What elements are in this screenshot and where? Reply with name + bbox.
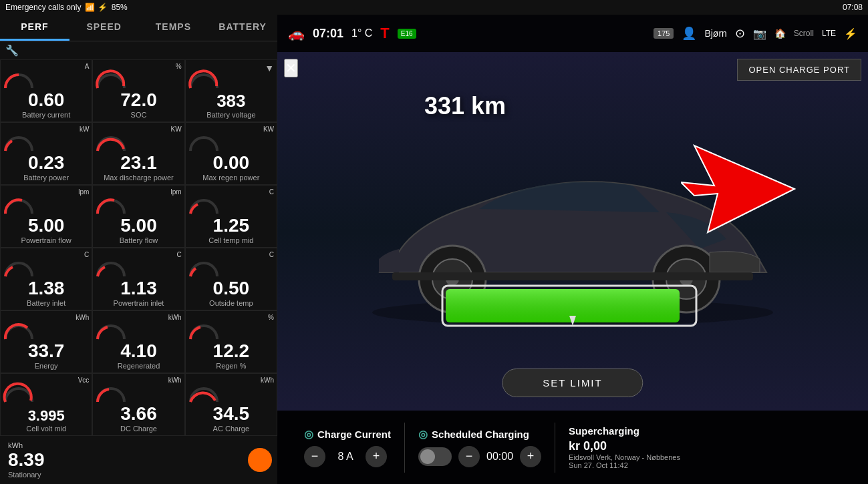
tab-perf[interactable]: PERF (0, 15, 69, 41)
open-charge-port-button[interactable]: OPEN CHARGE PORT (737, 59, 861, 81)
metric-ac-charge: kWh 34.5 AC Charge (185, 373, 277, 436)
metric-soc: % 72.0 SOC (92, 59, 184, 122)
bluetooth-icon: ⚡ (844, 27, 857, 40)
set-limit-button[interactable]: SET LIMIT (502, 369, 643, 397)
metric-powertrain-inlet: C 1.13 Powertrain inlet (92, 248, 184, 310)
range-label: 331 km (424, 92, 506, 120)
stationary-unit: kWh (8, 441, 23, 449)
bottom-row: kWh 8.39 Stationary (0, 436, 277, 484)
left-panel: PERF SPEED TEMPS BATTERY 🔧 A 0.60 Batter… (0, 15, 277, 484)
scroll-label: Scroll (794, 29, 814, 38)
metric-battery-current: A 0.60 Battery current (0, 59, 92, 122)
status-icons: 📶 ⚡ (85, 3, 107, 12)
camera-icon: 📷 (753, 27, 766, 40)
wrench-icon: 🔧 (0, 41, 277, 59)
car-icon: 🚗 (288, 25, 305, 41)
user-icon: 👤 (682, 26, 696, 41)
tesla-header: 🚗 07:01 1° C T E16 175 👤 Bjørn ⊙ 📷 🏠 Scr… (277, 15, 868, 52)
orange-dot (248, 448, 272, 472)
metric-regenerated: kWh 4.10 Regenerated (92, 310, 184, 373)
emergency-text: Emergency calls only (5, 3, 81, 12)
charge-current-value: 8 A (332, 451, 359, 463)
charge-current-section: ◎ Charge Current − 8 A + (291, 423, 405, 473)
tabs-bar: PERF SPEED TEMPS BATTERY (0, 15, 277, 41)
stationary-label: Stationary (8, 471, 41, 479)
charge-current-plus[interactable]: + (366, 446, 387, 467)
scheduled-toggle[interactable] (418, 447, 452, 466)
bottom-controls: ◎ Charge Current − 8 A + ◎ Scheduled Cha… (277, 411, 868, 484)
svg-rect-9 (446, 289, 680, 322)
metric-outside-temp: C 0.50 Outside temp (185, 248, 277, 310)
scheduled-time-value: 00:00 (486, 451, 513, 463)
metric-energy: kWh 33.7 Energy (0, 310, 92, 373)
header-time: 07:01 (313, 27, 343, 41)
scheduled-charging-section: ◎ Scheduled Charging − 00:00 + (405, 423, 555, 473)
svg-rect-10 (392, 272, 753, 280)
supercharging-date: Sun 27. Oct 11:42 (569, 461, 680, 469)
status-bar: Emergency calls only 📶 ⚡ 85% 07:08 (0, 0, 868, 15)
metric-dc-charge: kWh 3.66 DC Charge (92, 373, 184, 436)
charge-current-title: ◎ Charge Current (304, 428, 391, 441)
scheduled-charging-title: ◎ Scheduled Charging (418, 428, 541, 441)
charge-current-controls: − 8 A + (304, 446, 391, 467)
tesla-logo: T (380, 25, 389, 42)
metric-battery-voltage: ▼ 383 Battery voltage (185, 59, 277, 122)
charge-current-icon: ◎ (304, 428, 313, 441)
metric-battery-flow: lpm 5.00 Battery flow (92, 185, 184, 248)
metric-cell-volt: Vcc 3.995 Cell volt mid (0, 373, 92, 436)
supercharging-price: kr 0,00 (569, 439, 680, 453)
home-icon: 🏠 (774, 28, 786, 39)
battery-status: 85% (112, 3, 128, 12)
scheduled-minus[interactable]: − (458, 446, 480, 467)
lte-label: LTE (822, 29, 836, 38)
metric-cell-temp: C 1.25 Cell temp mid (185, 185, 277, 248)
scheduled-plus[interactable]: + (520, 446, 541, 467)
toggle-knob (420, 449, 435, 464)
scheduled-charging-controls: − 00:00 + (418, 446, 541, 467)
stationary-value: 8.39 (8, 449, 45, 471)
dropdown-arrow-icon[interactable]: ▼ (265, 63, 274, 73)
user-name: Bjørn (704, 28, 726, 39)
header-temp: 1° C (351, 27, 372, 39)
metric-max-discharge: KW 23.1 Max discharge power (92, 122, 184, 185)
e16-badge: E16 (398, 29, 416, 39)
supercharging-section: Supercharging kr 0,00 Eidsvoll Verk, Nor… (555, 420, 694, 475)
scheduled-icon: ◎ (418, 428, 428, 441)
red-arrow-indicator (681, 139, 801, 242)
status-time: 07:08 (843, 3, 863, 12)
metric-battery-power: kW 0.23 Battery power (0, 122, 92, 185)
metric-battery-inlet: C 1.38 Battery inlet (0, 248, 92, 310)
supercharging-location: Eidsvoll Verk, Norway - Nøbbenes (569, 453, 680, 461)
range-badge: 175 (654, 28, 674, 39)
metric-max-regen: KW 0.00 Max regen power (185, 122, 277, 185)
tab-temps[interactable]: TEMPS (139, 15, 208, 41)
metrics-grid: A 0.60 Battery current % 72.0 SOC ▼ (0, 59, 277, 436)
car-view: ✕ OPEN CHARGE PORT 331 km (277, 52, 868, 411)
charge-current-minus[interactable]: − (304, 446, 325, 467)
circle-icon: ⊙ (735, 26, 745, 41)
right-panel: 🚗 07:01 1° C T E16 175 👤 Bjørn ⊙ 📷 🏠 Scr… (277, 15, 868, 484)
main-layout: PERF SPEED TEMPS BATTERY 🔧 A 0.60 Batter… (0, 15, 868, 484)
metric-regen-percent: % 12.2 Regen % (185, 310, 277, 373)
close-button[interactable]: ✕ (284, 59, 298, 77)
tab-battery[interactable]: BATTERY (208, 15, 277, 41)
tab-speed[interactable]: SPEED (69, 15, 139, 41)
svg-marker-12 (681, 146, 794, 232)
supercharging-title: Supercharging (569, 425, 680, 437)
metric-powertrain-flow: lpm 5.00 Powertrain flow (0, 185, 92, 248)
